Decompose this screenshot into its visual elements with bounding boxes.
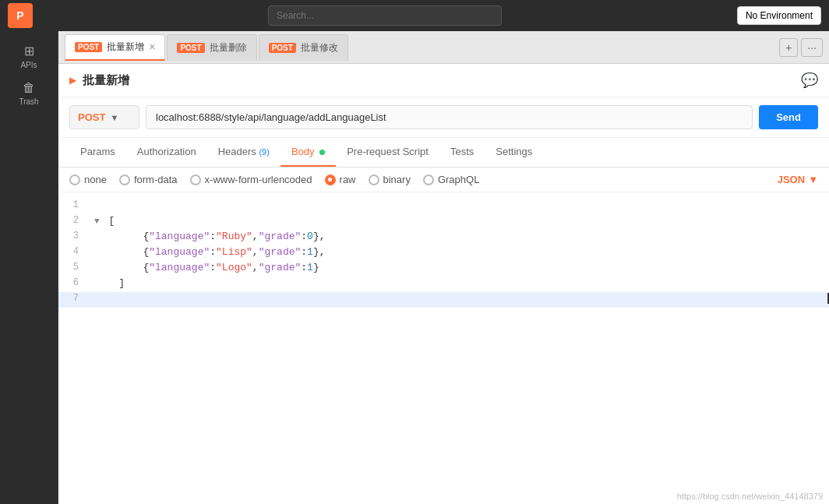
content-area: POST 批量新增 × POST 批量删除 POST 批量修改 + ··· ▶ [58,31,829,504]
method-select[interactable]: POST ▼ [69,105,139,129]
add-tab-btn[interactable]: + [779,38,798,57]
sidebar-item-trash[interactable]: 🗑 Trash [5,76,52,111]
top-bar: P No Environment [0,0,829,31]
line-num-3: 3 [58,231,90,241]
line-num-4: 4 [58,246,90,257]
radio-raw-circle [325,174,336,185]
apis-icon: ⊞ [24,44,34,58]
code-line-1: 1 [58,199,829,214]
radio-form-data[interactable]: form-data [119,174,178,185]
body-options: none form-data x-www-form-urlencoded raw… [58,167,829,192]
radio-graphql[interactable]: GraphQL [423,174,479,185]
radio-x-www-form[interactable]: x-www-form-urlencoded [190,174,312,185]
search-input[interactable] [268,5,502,26]
code-editor[interactable]: 1 2 ▼ [ 3 {"language":"Ruby","grade":0}, [58,192,829,488]
code-line-2: 2 ▼ [ [58,214,829,230]
radio-graphql-circle [423,174,434,185]
send-button[interactable]: Send [759,105,818,129]
json-type-dropdown-arrow: ▼ [808,174,818,185]
code-line-4: 4 {"language":"Lisp","grade":1}, [58,245,829,261]
tab1-close-btn[interactable]: × [149,41,155,52]
tab3-name: 批量修改 [301,41,338,55]
top-bar-left: P [8,3,33,28]
tab-settings[interactable]: Settings [485,138,543,167]
tab1-method-badge: POST [75,42,102,52]
tab2-method-badge: POST [177,43,204,53]
line-num-5: 5 [58,262,90,273]
tab-authorization[interactable]: Authorization [126,138,207,167]
sidebar-item-apis-label: APIs [20,61,37,69]
comment-icon[interactable]: 💬 [801,72,818,89]
radio-raw[interactable]: raw [325,174,356,185]
breadcrumb-title: 批量新增 [83,73,129,88]
tab-headers[interactable]: Headers (9) [207,138,280,167]
radio-binary[interactable]: binary [369,174,411,185]
tab-body[interactable]: Body [280,138,336,167]
tab-tests[interactable]: Tests [439,138,485,167]
code-line-5: 5 {"language":"Logo","grade":1} [58,261,829,277]
radio-none-circle [69,174,80,185]
env-selector[interactable]: No Environment [737,6,821,25]
sidebar: ⊞ APIs 🗑 Trash [0,31,58,504]
radio-form-data-circle [119,174,130,185]
line-content-5: {"language":"Logo","grade":1} [90,262,829,273]
line-content-6: ] [90,277,829,289]
headers-count-badge: (9) [259,147,269,157]
url-bar: POST ▼ Send [58,97,829,138]
tab-batch-edit[interactable]: POST 批量修改 [259,34,348,61]
request-header: ▶ 批量新增 💬 [58,64,829,97]
app-logo: P [8,3,33,28]
collapse-icon-2[interactable]: ▼ [94,217,100,226]
line-num-1: 1 [58,199,90,210]
line-num-6: 6 [58,277,90,288]
tab-actions: + ··· [779,38,823,57]
sidebar-item-trash-label: Trash [19,97,38,106]
top-bar-right: No Environment [737,6,821,25]
line-num-2: 2 [58,215,90,226]
sidebar-item-apis[interactable]: ⊞ APIs [5,39,52,73]
request-area: ▶ 批量新增 💬 POST ▼ Send Params Authoriza [58,64,829,504]
watermark: https://blog.csdn.net/weixin_44148379 [58,488,829,504]
breadcrumb-arrow[interactable]: ▶ [69,75,76,86]
body-active-dot [319,150,325,155]
radio-none[interactable]: none [69,174,107,185]
radio-binary-circle [369,174,379,185]
request-tabs: Params Authorization Headers (9) Body Pr… [58,138,829,167]
tab3-method-badge: POST [269,43,296,53]
line-content-3: {"language":"Ruby","grade":0}, [90,231,829,242]
tab-batch-delete[interactable]: POST 批量删除 [167,34,256,61]
method-select-label: POST [78,111,105,123]
radio-x-www-circle [190,174,201,185]
tab-params[interactable]: Params [69,138,126,167]
tab-batch-add[interactable]: POST 批量新增 × [65,34,165,61]
code-line-7: 7 [58,292,829,308]
tab1-name: 批量新增 [107,41,144,54]
more-tabs-btn[interactable]: ··· [801,38,823,57]
method-dropdown-arrow: ▼ [110,113,118,122]
trash-icon: 🗑 [23,81,35,95]
tab-pre-request[interactable]: Pre-request Script [336,138,439,167]
code-line-6: 6 ] [58,277,829,292]
code-line-3: 3 {"language":"Ruby","grade":0}, [58,230,829,245]
tab-bar: POST 批量新增 × POST 批量删除 POST 批量修改 + ··· [58,31,829,64]
line-content-4: {"language":"Lisp","grade":1}, [90,246,829,258]
tab2-name: 批量删除 [210,41,247,55]
json-type-select[interactable]: JSON ▼ [778,174,818,185]
main-layout: ⊞ APIs 🗑 Trash POST 批量新增 × POST 批量删除 POS… [0,31,829,504]
top-bar-center [268,5,502,26]
url-input[interactable] [146,105,753,129]
line-content-2: ▼ [ [90,215,829,227]
line-num-7: 7 [58,293,90,304]
